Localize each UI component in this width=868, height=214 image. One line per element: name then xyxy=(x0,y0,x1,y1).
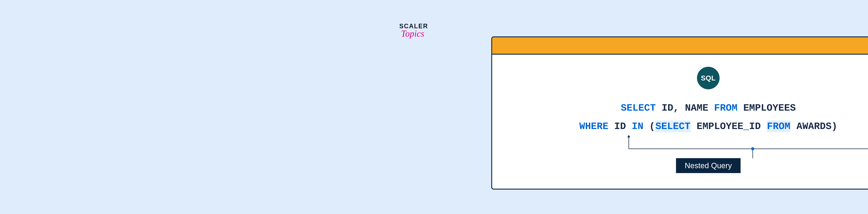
scaler-logo: SCALER Topics xyxy=(399,23,460,39)
nested-query-label: Nested Query xyxy=(676,158,740,173)
column-inner: EMPLOYEE_ID xyxy=(696,121,761,132)
paren-open: ( xyxy=(649,121,655,132)
columns: ID, NAME xyxy=(661,103,708,114)
keyword-in: IN xyxy=(632,121,643,132)
svg-point-6 xyxy=(751,147,754,150)
window-content: SQL SELECT ID, NAME FROM EMPLOYEES WHERE… xyxy=(492,55,868,189)
keyword-select: SELECT xyxy=(621,103,656,114)
keyword-where: WHERE xyxy=(579,121,609,132)
sql-code: SELECT ID, NAME FROM EMPLOYEES WHERE ID … xyxy=(503,99,868,136)
keyword-from: FROM xyxy=(714,103,738,114)
logo-subbrand: Topics xyxy=(401,29,460,39)
table-name: EMPLOYEES xyxy=(743,103,796,114)
code-line-2: WHERE ID IN (SELECT EMPLOYEE_ID FROM AWA… xyxy=(503,117,868,136)
table-inner: AWARDS xyxy=(797,121,832,132)
window-titlebar xyxy=(492,37,868,55)
svg-marker-1 xyxy=(627,135,630,137)
code-line-1: SELECT ID, NAME FROM EMPLOYEES xyxy=(503,99,868,117)
column: ID xyxy=(614,121,626,132)
code-window: SQL SELECT ID, NAME FROM EMPLOYEES WHERE… xyxy=(491,36,868,189)
keyword-from-inner: FROM xyxy=(767,121,790,132)
nested-query-arrows xyxy=(503,135,868,159)
sql-icon: SQL xyxy=(697,67,720,89)
keyword-select-inner: SELECT xyxy=(655,121,690,132)
paren-close: ) xyxy=(832,121,837,132)
